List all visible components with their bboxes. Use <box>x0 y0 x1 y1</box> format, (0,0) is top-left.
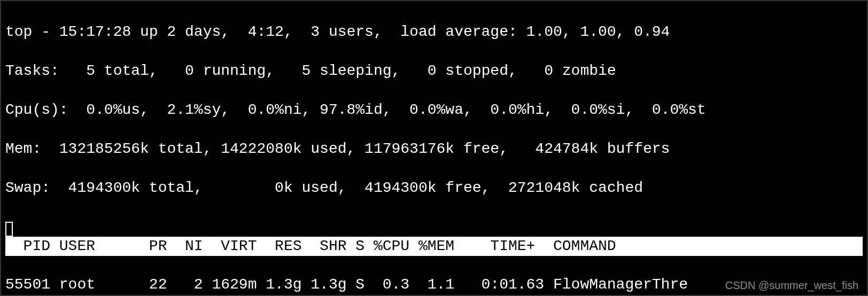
terminal-cursor <box>5 222 13 237</box>
top-summary-cpu: Cpu(s): 0.0%us, 2.1%sy, 0.0%ni, 97.8%id,… <box>5 100 863 120</box>
terminal-output: top - 15:17:28 up 2 days, 4:12, 3 users,… <box>1 1 867 296</box>
top-summary-swap: Swap: 4194300k total, 0k used, 4194300k … <box>5 178 863 198</box>
process-table-header[interactable]: PID USER PR NI VIRT RES SHR S %CPU %MEM … <box>5 237 863 256</box>
top-summary-tasks: Tasks: 5 total, 0 running, 5 sleeping, 0… <box>5 61 863 81</box>
top-summary-uptime: top - 15:17:28 up 2 days, 4:12, 3 users,… <box>5 22 863 42</box>
watermark-text: CSDN @summer_west_fish <box>725 279 858 292</box>
top-summary-mem: Mem: 132185256k total, 14222080k used, 1… <box>5 139 863 159</box>
